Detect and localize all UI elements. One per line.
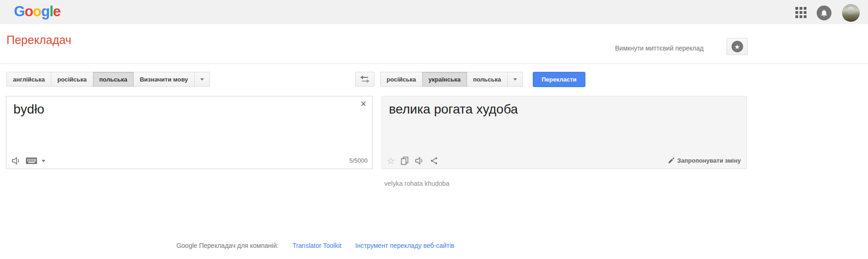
- logo-letter: o: [25, 3, 33, 19]
- share-translation-button[interactable]: [430, 156, 438, 165]
- header-divider: [0, 63, 868, 64]
- account-avatar[interactable]: [842, 4, 860, 22]
- instant-translation-star-button[interactable]: ★: [726, 38, 748, 55]
- logo-letter: e: [53, 3, 61, 19]
- clear-source-button[interactable]: ✕: [360, 99, 367, 108]
- logo-letter: G: [14, 3, 25, 19]
- source-language-tabs: англійська російська польська Визначити …: [6, 72, 210, 87]
- input-tools-dropdown[interactable]: [42, 160, 45, 162]
- target-lang-tab-polish[interactable]: польська: [467, 72, 508, 87]
- google-translate-page: Google Перекладач Вимкнути миттєвий пере…: [0, 0, 868, 259]
- char-counter: 5/5000: [349, 157, 368, 164]
- swap-arrows-icon: [359, 75, 370, 83]
- website-translator-link[interactable]: Інструмент перекладу веб-сайтів: [355, 242, 454, 249]
- speaker-icon: [11, 156, 21, 165]
- pencil-icon: [668, 157, 675, 164]
- transliteration-text: velyka rohata khudoba: [384, 180, 449, 187]
- source-text[interactable]: bydło: [13, 102, 44, 117]
- keyboard-icon: [25, 157, 37, 165]
- star-in-circle-icon: ★: [732, 41, 743, 52]
- suggest-edit-label: Запропонувати зміну: [677, 157, 741, 164]
- logo-letter: g: [41, 3, 49, 19]
- swap-languages-button[interactable]: [355, 72, 375, 87]
- logo-letter: l: [49, 3, 53, 19]
- chevron-down-icon: [513, 78, 517, 81]
- source-toolbar: [11, 156, 45, 165]
- target-lang-tab-russian[interactable]: російська: [380, 72, 423, 87]
- target-lang-tab-ukrainian[interactable]: українська: [422, 72, 467, 87]
- instant-translation-toggle-link[interactable]: Вимкнути миттєвий переклад: [615, 44, 704, 52]
- suggest-edit-button[interactable]: Запропонувати зміну: [668, 157, 741, 164]
- target-language-tabs: російська українська польська: [380, 72, 523, 87]
- save-phrase-button[interactable]: ☆: [387, 156, 395, 165]
- speaker-icon: [414, 156, 425, 165]
- translation-text: велика рогата худоба: [389, 102, 518, 117]
- share-icon: [430, 156, 438, 165]
- apps-grid-icon[interactable]: [795, 7, 806, 18]
- listen-translation-button[interactable]: [414, 156, 425, 165]
- bell-icon: [820, 9, 828, 17]
- listen-source-button[interactable]: [11, 156, 21, 165]
- google-logo[interactable]: Google: [14, 3, 61, 20]
- source-lang-tab-english[interactable]: англійська: [6, 72, 51, 87]
- footer: Google Перекладач для компаній: Translat…: [0, 242, 631, 249]
- translation-panel: велика рогата худоба ☆: [382, 96, 747, 169]
- translate-button[interactable]: Перекласти: [533, 72, 585, 87]
- footer-label: Google Перекладач для компаній:: [176, 242, 278, 249]
- header-bar: Google: [0, 0, 868, 24]
- logo-letter: o: [33, 3, 41, 19]
- source-lang-tab-polish[interactable]: польська: [93, 72, 134, 87]
- target-language-dropdown-button[interactable]: [507, 72, 523, 87]
- source-lang-tab-russian[interactable]: російська: [51, 72, 93, 87]
- notifications-button[interactable]: [817, 6, 831, 20]
- translator-toolkit-link[interactable]: Translator Toolkit: [292, 242, 341, 249]
- input-tools-button[interactable]: [25, 157, 37, 165]
- translation-toolbar: ☆: [387, 156, 438, 165]
- source-language-dropdown-button[interactable]: [194, 72, 210, 87]
- chevron-down-icon: [42, 160, 45, 162]
- copy-translation-button[interactable]: [400, 156, 409, 165]
- copy-icon: [400, 156, 409, 165]
- source-text-panel[interactable]: bydło ✕: [6, 96, 373, 169]
- page-title: Перекладач: [6, 33, 71, 47]
- chevron-down-icon: [200, 78, 204, 81]
- source-lang-tab-detect[interactable]: Визначити мову: [133, 72, 194, 87]
